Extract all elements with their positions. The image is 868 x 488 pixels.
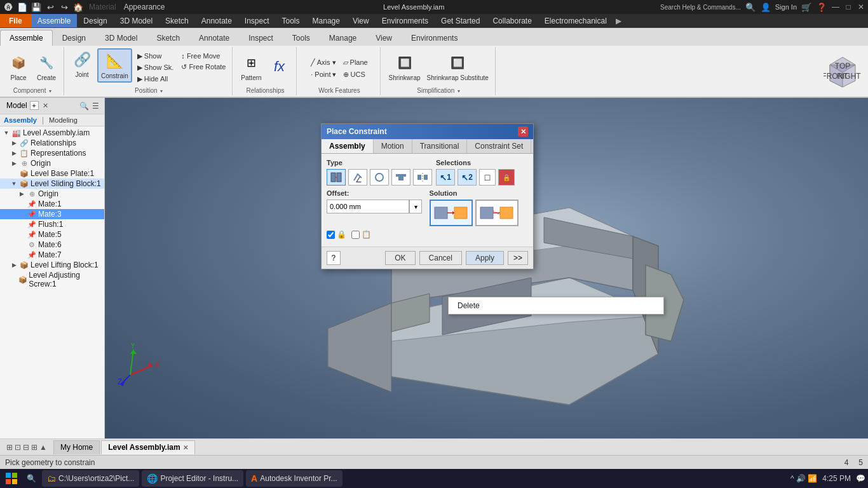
- menu-3d-model[interactable]: 3D Model: [114, 14, 159, 27]
- root-expand[interactable]: ▼: [3, 129, 10, 137]
- representations-expand[interactable]: ▶: [10, 149, 18, 157]
- appearance-dropdown[interactable]: Appearance: [121, 3, 168, 11]
- maximize-button[interactable]: □: [844, 3, 853, 11]
- menu-annotate[interactable]: Annotate: [195, 14, 238, 27]
- tree-mate7[interactable]: ▶ 📌 Mate:7: [0, 250, 104, 260]
- tree-origin[interactable]: ▶ ⊕ Origin: [0, 158, 104, 168]
- ribbon-tab-annotate[interactable]: Annotate: [189, 30, 239, 46]
- ok-button[interactable]: OK: [385, 251, 415, 265]
- tab-icon-1[interactable]: ⊞: [6, 443, 13, 452]
- show-sk-button[interactable]: ▶ Show Sk.: [135, 62, 177, 73]
- fx-button[interactable]: fx: [266, 55, 292, 79]
- ribbon-tab-design[interactable]: Design: [53, 30, 95, 46]
- tab-my-home[interactable]: My Home: [53, 440, 100, 454]
- ribbon-tab-assemble[interactable]: Assemble: [0, 30, 53, 46]
- cart-icon[interactable]: 🛒: [801, 1, 812, 13]
- type-insert-btn[interactable]: [391, 169, 410, 186]
- close-button[interactable]: ✕: [857, 3, 865, 11]
- sliding-block-expand[interactable]: ▼: [10, 180, 18, 187]
- shrinkwrap-button[interactable]: 🔲 Shrinkwrap: [386, 51, 423, 83]
- search-icon[interactable]: 🔍: [745, 1, 756, 13]
- home-icon[interactable]: 🏠: [72, 1, 84, 13]
- dialog-tab-transitional[interactable]: Transitional: [412, 139, 468, 153]
- dialog-tab-motion[interactable]: Motion: [374, 139, 412, 153]
- tree-relationships[interactable]: ▶ 🔗 Relationships: [0, 138, 104, 148]
- menu-tools[interactable]: Tools: [276, 14, 306, 27]
- menu-assemble[interactable]: Assemble: [31, 14, 78, 27]
- pattern-button[interactable]: ⊞ Pattern: [238, 51, 264, 83]
- free-rotate-button[interactable]: ↺ Free Rotate: [179, 62, 228, 72]
- help-icon[interactable]: ❓: [816, 1, 827, 13]
- selection-1-button[interactable]: ↖ 1: [436, 169, 455, 186]
- type-angle-btn[interactable]: ∠: [348, 169, 367, 186]
- apply-button[interactable]: Apply: [466, 251, 504, 265]
- lock-2-button[interactable]: 🔒: [498, 169, 515, 186]
- constrain-button[interactable]: 📐 Constrain: [97, 48, 132, 83]
- solution-2-button[interactable]: [475, 200, 519, 226]
- menu-tool-icon[interactable]: ☰: [90, 101, 100, 111]
- tab-assembly[interactable]: Level Assembly.iam ✕: [101, 440, 194, 454]
- tree-representations[interactable]: ▶ 📋 Representations: [0, 148, 104, 158]
- menu-get-started[interactable]: Get Started: [435, 14, 486, 27]
- free-move-button[interactable]: ↕ Free Move: [179, 51, 228, 61]
- context-delete[interactable]: Delete: [449, 297, 663, 314]
- check1-item[interactable]: 🔒: [327, 230, 346, 239]
- dialog-close-button[interactable]: ✕: [518, 126, 528, 137]
- lock-1-button[interactable]: □: [479, 169, 496, 186]
- tab-close-icon[interactable]: ✕: [183, 444, 188, 451]
- tab-icon-5[interactable]: ▲: [39, 443, 47, 452]
- dialog-tab-constraint-set[interactable]: Constraint Set: [467, 139, 531, 153]
- menu-expand-icon[interactable]: ▶: [616, 17, 621, 25]
- dialog-tab-assembly[interactable]: Assembly: [322, 139, 374, 153]
- ribbon-tab-sketch[interactable]: Sketch: [147, 30, 189, 46]
- create-button[interactable]: 🔧 Create: [33, 51, 60, 83]
- component-dropdown-arrow[interactable]: ▾: [49, 88, 51, 94]
- nav-cube[interactable]: TOP RIGHT FRONT: [824, 52, 862, 90]
- ribbon-tab-tools[interactable]: Tools: [283, 30, 320, 46]
- shrinkwrap-sub-button[interactable]: 🔲 Shrinkwrap Substitute: [424, 51, 491, 83]
- file-menu[interactable]: File: [0, 14, 31, 27]
- tree-mate1[interactable]: ▶ 📌 Mate:1: [0, 199, 104, 209]
- type-symmetry-btn[interactable]: [413, 169, 432, 186]
- menu-inspect[interactable]: Inspect: [238, 14, 276, 27]
- joint-button[interactable]: 🔗 Joint: [69, 48, 95, 80]
- selection-2-button[interactable]: ↖ 2: [458, 169, 477, 186]
- viewport[interactable]: Delete X Y Z Place Constraint: [105, 98, 868, 438]
- add-model-button[interactable]: +: [30, 101, 39, 110]
- search-help-commands[interactable]: Search Help & Commands...: [660, 4, 741, 11]
- save-icon[interactable]: 💾: [31, 1, 42, 13]
- close-model-icon[interactable]: ✕: [41, 101, 50, 110]
- menu-view[interactable]: View: [346, 14, 376, 27]
- ucs-button[interactable]: ⊕ UCS: [341, 69, 370, 80]
- ribbon-tab-manage[interactable]: Manage: [320, 30, 366, 46]
- menu-sketch[interactable]: Sketch: [159, 14, 195, 27]
- tree-base-plate[interactable]: ▶ 📦 Level Base Plate:1: [0, 168, 104, 179]
- hide-all-button[interactable]: ▶ Hide All: [135, 74, 177, 85]
- taskbar-project-editor[interactable]: 🌐 Project Editor - Instru...: [142, 470, 243, 487]
- lifting-block-expand[interactable]: ▶: [10, 261, 18, 269]
- tree-mate3[interactable]: ▶ 📌 Mate:3: [0, 209, 104, 219]
- solution-1-button[interactable]: [430, 200, 473, 226]
- assembly-tab[interactable]: Assembly: [4, 116, 37, 125]
- check2-checkbox[interactable]: [351, 231, 360, 239]
- start-button[interactable]: [3, 470, 20, 487]
- show-button[interactable]: ▶ Show: [135, 51, 177, 62]
- check1-checkbox[interactable]: [327, 231, 335, 239]
- menu-electromechanical[interactable]: Electromechanical: [538, 14, 613, 27]
- tab-icon-4[interactable]: ⊞: [31, 443, 37, 452]
- menu-manage[interactable]: Manage: [306, 14, 346, 27]
- taskbar-explorer[interactable]: 🗂 C:\Users\ortiza2\Pict...: [42, 470, 139, 487]
- offset-input-field[interactable]: [327, 200, 409, 214]
- new-icon[interactable]: 📄: [17, 1, 28, 13]
- taskbar-inventor[interactable]: A Autodesk Inventor Pr...: [246, 470, 342, 487]
- tree-sliding-block[interactable]: ▼ 📦 Level Sliding Block:1: [0, 179, 104, 189]
- sliding-origin-expand[interactable]: ▶: [18, 190, 25, 198]
- tab-icon-2[interactable]: ⊡: [15, 443, 21, 452]
- sign-in-label[interactable]: Sign In: [775, 3, 797, 11]
- type-tangent-btn[interactable]: [370, 169, 389, 186]
- tree-mate5[interactable]: ▶ 📌 Mate:5: [0, 229, 104, 240]
- simplification-dropdown-arrow[interactable]: ▾: [458, 88, 460, 94]
- tree-mate6[interactable]: ▶ ⚙ Mate:6: [0, 240, 104, 250]
- minimize-button[interactable]: —: [831, 3, 840, 11]
- relationships-expand[interactable]: ▶: [10, 139, 18, 147]
